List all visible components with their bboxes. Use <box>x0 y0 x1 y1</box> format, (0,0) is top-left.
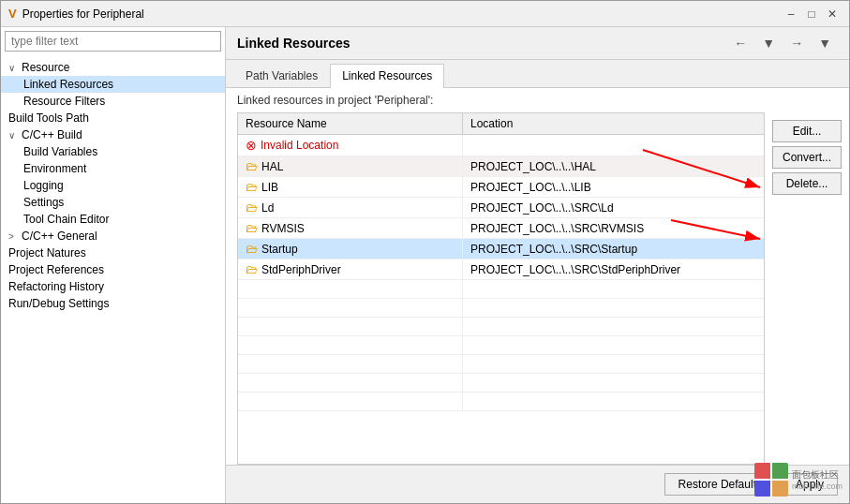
sidebar-item-label: Project References <box>8 263 104 276</box>
table-row-empty-1 <box>238 280 764 299</box>
invalid-label: Invalid Location <box>261 139 338 152</box>
dropdown-button[interactable]: ▼ <box>755 33 782 53</box>
sidebar-item-cpp-general[interactable]: > C/C++ General <box>1 228 225 245</box>
tab-bar: Path Variables Linked Resources <box>226 60 849 88</box>
app-icon: V <box>8 7 17 21</box>
svg-rect-7 <box>771 480 788 497</box>
sidebar-item-label: Resource Filters <box>23 95 105 108</box>
sidebar-item-resource-filters[interactable]: Resource Filters <box>1 93 225 110</box>
table-row-empty-2 <box>238 299 764 318</box>
location-startup: PROJECT_LOC\..\..\SRC\Startup <box>463 239 764 259</box>
tree: ∨ Resource Linked Resources Resource Fil… <box>1 55 225 503</box>
svg-rect-5 <box>771 463 788 480</box>
location-lib: PROJECT_LOC\..\..\LIB <box>463 177 764 197</box>
location-hal: PROJECT_LOC\..\..\HAL <box>463 156 764 176</box>
sidebar-item-environment[interactable]: Environment <box>1 160 225 177</box>
sidebar-item-label: Refactoring History <box>8 280 104 293</box>
sidebar-item-label: Linked Resources <box>23 78 113 91</box>
table-row-startup[interactable]: 🗁 Startup PROJECT_LOC\..\..\SRC\Startup <box>238 239 764 259</box>
table-row-rvmsis[interactable]: 🗁 RVMSIS PROJECT_LOC\..\..\SRC\RVMSIS <box>238 218 764 239</box>
folder-icon: 🗁 <box>246 242 258 256</box>
edit-button[interactable]: Edit... <box>772 120 842 142</box>
table-area: Resource Name Location ⊗ Invalid Locatio… <box>226 112 849 465</box>
tree-arrow: ∨ <box>8 63 18 73</box>
action-area: Edit... Convert... Delete... <box>765 112 849 465</box>
watermark-line1: 面包板社区 <box>792 468 843 482</box>
watermark-line2: mbb-site.com <box>792 482 843 491</box>
sidebar-item-cpp-build[interactable]: ∨ C/C++ Build <box>1 126 225 143</box>
sidebar-item-project-references[interactable]: Project References <box>1 261 225 278</box>
table-row-lib[interactable]: 🗁 LIB PROJECT_LOC\..\..\LIB <box>238 177 764 198</box>
sidebar-item-tool-chain-editor[interactable]: Tool Chain Editor <box>1 211 225 228</box>
resource-name-startup: 🗁 Startup <box>238 239 463 259</box>
svg-rect-4 <box>754 463 771 480</box>
svg-rect-6 <box>754 480 771 497</box>
sidebar-item-label: C/C++ General <box>22 230 97 243</box>
minimize-button[interactable]: – <box>782 5 800 23</box>
title-bar-left: V Properties for Peripheral <box>8 7 144 21</box>
table-row-stdperiph[interactable]: 🗁 StdPeriphDriver PROJECT_LOC\..\..\SRC\… <box>238 259 764 280</box>
sidebar-item-label: Logging <box>23 179 64 192</box>
convert-button[interactable]: Convert... <box>772 146 842 169</box>
sidebar-item-label: Build Tools Path <box>8 111 89 125</box>
expand-button[interactable]: ▼ <box>812 33 838 53</box>
invalid-cell: ⊗ Invalid Location <box>238 135 463 156</box>
sidebar-item-label: Resource <box>22 61 69 74</box>
folder-icon: 🗁 <box>246 159 258 173</box>
sidebar-item-linked-resources[interactable]: Linked Resources <box>1 76 225 93</box>
col-resource-name: Resource Name <box>238 113 463 134</box>
properties-window: V Properties for Peripheral – □ ✕ ∨ Reso… <box>0 0 850 504</box>
tab-linked-resources[interactable]: Linked Resources <box>330 64 444 88</box>
delete-button[interactable]: Delete... <box>772 172 842 195</box>
sidebar-item-refactoring-history[interactable]: Refactoring History <box>1 278 225 295</box>
main-panel: Linked Resources ← ▼ → ▼ Path Variables … <box>226 27 849 503</box>
tab-path-variables[interactable]: Path Variables <box>233 64 330 87</box>
resource-name-lib: 🗁 LIB <box>238 177 463 197</box>
sidebar-item-logging[interactable]: Logging <box>1 177 225 194</box>
invalid-location-cell <box>463 135 764 156</box>
table-row-empty-4 <box>238 336 764 355</box>
sidebar-item-run-debug-settings[interactable]: Run/Debug Settings <box>1 295 225 312</box>
maximize-button[interactable]: □ <box>802 5 821 23</box>
col-location: Location <box>463 113 764 134</box>
window-title: Properties for Peripheral <box>22 7 144 21</box>
tree-arrow: > <box>8 231 18 242</box>
action-buttons: Edit... Convert... Delete... <box>765 112 849 202</box>
resource-name-hal: 🗁 HAL <box>238 156 463 176</box>
location-ld: PROJECT_LOC\..\..\SRC\Ld <box>463 198 764 217</box>
panel-header: Linked Resources ← ▼ → ▼ <box>226 27 849 60</box>
panel-title: Linked Resources <box>237 36 350 51</box>
sidebar-item-project-natures[interactable]: Project Natures <box>1 245 225 261</box>
sidebar-item-label: Settings <box>23 196 64 209</box>
panel-content: Linked resources in project 'Peripheral'… <box>226 88 849 503</box>
sidebar-item-build-tools-path[interactable]: Build Tools Path <box>1 110 225 126</box>
filter-input[interactable] <box>5 31 221 52</box>
table-row-hal[interactable]: 🗁 HAL PROJECT_LOC\..\..\HAL <box>238 156 764 177</box>
sidebar-item-settings[interactable]: Settings <box>1 194 225 211</box>
table-row-empty-3 <box>238 318 764 336</box>
watermark-text-block: 面包板社区 mbb-site.com <box>792 468 843 491</box>
table-row-ld[interactable]: 🗁 Ld PROJECT_LOC\..\..\SRC\Ld <box>238 198 764 218</box>
resource-name-stdperiph: 🗁 StdPeriphDriver <box>238 259 463 279</box>
sidebar-item-label: Build Variables <box>23 145 97 158</box>
sidebar-item-label: Environment <box>23 162 86 175</box>
sidebar-item-label: Run/Debug Settings <box>8 297 109 310</box>
sidebar-item-build-variables[interactable]: Build Variables <box>1 143 225 160</box>
table-row-empty-5 <box>238 355 764 374</box>
resource-table: Resource Name Location ⊗ Invalid Locatio… <box>237 112 765 465</box>
close-button[interactable]: ✕ <box>823 5 842 23</box>
watermark-logo <box>754 463 788 497</box>
folder-icon: 🗁 <box>246 200 258 215</box>
table-row-empty-6 <box>238 374 764 393</box>
resource-name-rvmsis: 🗁 RVMSIS <box>238 218 463 238</box>
resource-name-ld: 🗁 Ld <box>238 198 463 217</box>
table-header: Resource Name Location <box>238 113 764 135</box>
location-stdperiph: PROJECT_LOC\..\..\SRC\StdPeriphDriver <box>463 259 764 279</box>
main-content: ∨ Resource Linked Resources Resource Fil… <box>1 27 849 503</box>
forward-button[interactable]: → <box>783 33 810 53</box>
sidebar-item-resource[interactable]: ∨ Resource <box>1 59 225 76</box>
sidebar: ∨ Resource Linked Resources Resource Fil… <box>1 27 226 503</box>
watermark: 面包板社区 mbb-site.com <box>754 463 843 497</box>
folder-icon: 🗁 <box>246 180 258 194</box>
back-button[interactable]: ← <box>727 33 753 53</box>
